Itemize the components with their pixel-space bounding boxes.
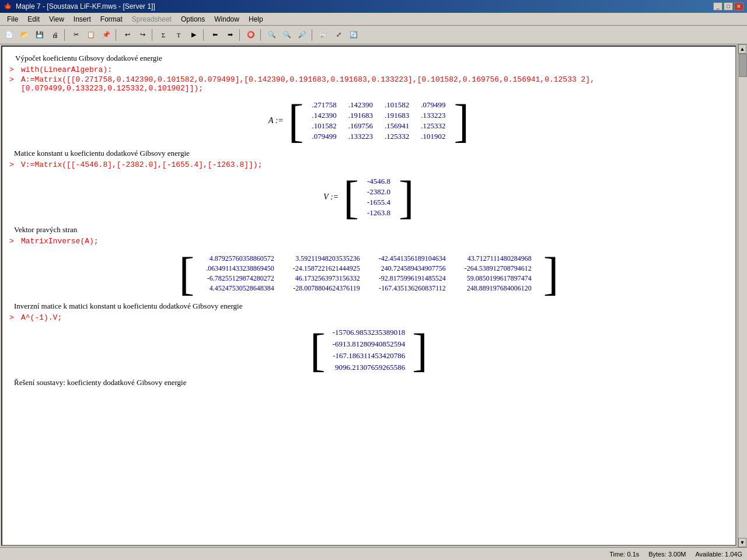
tb-plot[interactable]: ▶ bbox=[187, 28, 201, 42]
cell: -42.4541356189104634 bbox=[369, 254, 455, 264]
tb-text[interactable]: T bbox=[172, 28, 186, 42]
cell: 248.889197684006120 bbox=[455, 284, 541, 293]
tb-zoom-100[interactable]: 🔎 bbox=[295, 28, 309, 42]
table-row: -2382.0 bbox=[361, 187, 396, 197]
matrix-v-wrap: [ -4546.8 -2382.0 -1655.4 -1263.8 ] bbox=[343, 174, 414, 220]
tb-circle[interactable]: ⭕ bbox=[244, 28, 258, 42]
minimize-button[interactable]: _ bbox=[713, 2, 722, 10]
app-icon: 🍁 bbox=[4, 2, 12, 10]
table-row: -167.186311453420786 bbox=[328, 350, 410, 362]
code-4[interactable]: MatrixInverse(A); bbox=[21, 237, 728, 246]
menu-edit[interactable]: Edit bbox=[23, 14, 44, 24]
cell: -6913.81280940852594 bbox=[328, 338, 410, 350]
tb-cut[interactable]: ✂ bbox=[69, 28, 83, 42]
cell: .133223 bbox=[415, 110, 451, 121]
menu-format[interactable]: Format bbox=[96, 14, 127, 24]
table-row: -1263.8 bbox=[361, 208, 396, 218]
bracket-right-v: ] bbox=[399, 174, 414, 220]
toolbar-sep3 bbox=[152, 29, 154, 41]
tb-paste[interactable]: 📌 bbox=[99, 28, 113, 42]
matrix-a-display: A := [ .271758 .142390 .101582 .079499 .… bbox=[9, 97, 728, 144]
input-block-3: > V:=Matrix([[-4546.8],[-2382.0],[-1655.… bbox=[9, 160, 728, 169]
scrollbar[interactable]: ▲ ▼ bbox=[738, 44, 747, 547]
cell: 3.59211948203535236 bbox=[284, 254, 369, 264]
table-row: -15706.9853235389018 bbox=[328, 327, 410, 338]
table-row: -4546.8 bbox=[361, 176, 396, 187]
table-row: .101582 .169756 .156941 .125332 bbox=[306, 121, 451, 131]
menu-options[interactable]: Options bbox=[176, 14, 210, 24]
toolbar-sep5 bbox=[239, 29, 242, 41]
cell: 240.724589434907756 bbox=[369, 264, 455, 274]
tb-undo[interactable]: ↩ bbox=[120, 28, 134, 42]
tb-print[interactable]: 🖨 bbox=[48, 28, 62, 42]
cell: 46.1732563973156332 bbox=[284, 274, 369, 284]
menu-file[interactable]: File bbox=[2, 14, 23, 24]
tb-redo[interactable]: ↪ bbox=[135, 28, 149, 42]
tb-new[interactable]: 📄 bbox=[2, 28, 16, 42]
table-row: .079499 .133223 .125332 .101902 bbox=[306, 131, 451, 142]
code-5[interactable]: A^(-1).V; bbox=[21, 313, 728, 322]
cell: .191683 bbox=[343, 110, 379, 121]
prompt-4: > bbox=[9, 237, 21, 246]
cell: 59.0850199617897474 bbox=[455, 274, 541, 284]
table-row: .142390 .191683 .191683 .133223 bbox=[306, 110, 451, 121]
tb-save[interactable]: 💾 bbox=[33, 28, 47, 42]
worksheet-content[interactable]: Výpočet koeficientu Gibsovy dodatkové en… bbox=[1, 46, 736, 546]
cell: .079499 bbox=[306, 131, 342, 142]
cell: .156941 bbox=[379, 121, 415, 131]
tb-left[interactable]: ⬅ bbox=[208, 28, 222, 42]
tb-move[interactable]: ⤢ bbox=[331, 28, 345, 42]
cell: .101582 bbox=[306, 121, 342, 131]
menu-help[interactable]: Help bbox=[244, 14, 268, 24]
cell: .101902 bbox=[415, 131, 451, 142]
main-wrapper: Výpočet koeficientu Gibsovy dodatkové en… bbox=[0, 44, 747, 547]
cell: .191683 bbox=[379, 110, 415, 121]
close-button[interactable]: ✕ bbox=[734, 2, 743, 10]
cell: .271758 bbox=[306, 100, 342, 110]
tb-zoom-in[interactable]: 🔍 bbox=[280, 28, 294, 42]
toolbar: 📄 📂 💾 🖨 ✂ 📋 📌 ↩ ↪ Σ T ▶ ⬅ ➡ ⭕ 🔍 🔍 🔎 📰 ⤢ … bbox=[0, 26, 747, 44]
cell: -15706.9853235389018 bbox=[328, 327, 410, 338]
tb-page[interactable]: 📰 bbox=[316, 28, 330, 42]
tb-sigma[interactable]: Σ bbox=[156, 28, 170, 42]
scroll-up-button[interactable]: ▲ bbox=[738, 44, 746, 54]
code-3[interactable]: V:=Matrix([[-4546.8],[-2382.0],[-1655.4]… bbox=[21, 160, 728, 169]
tb-refresh[interactable]: 🔄 bbox=[347, 28, 361, 42]
cell: -167.186311453420786 bbox=[328, 350, 410, 362]
status-bytes: Bytes: 3.00M bbox=[648, 551, 686, 558]
scroll-thumb[interactable] bbox=[739, 54, 747, 77]
bracket-left-v: [ bbox=[343, 174, 359, 220]
cell: .101582 bbox=[379, 100, 415, 110]
code-1[interactable]: with(LinearAlgebra): bbox=[21, 65, 728, 74]
tb-zoom-out[interactable]: 🔍 bbox=[265, 28, 279, 42]
code-2[interactable]: A:=Matrix([[0.271758,0.142390,0.101582,0… bbox=[21, 75, 728, 93]
input-block-4: > MatrixInverse(A); bbox=[9, 237, 728, 246]
tb-right[interactable]: ➡ bbox=[223, 28, 237, 42]
cell: 4.87925760358860572 bbox=[197, 254, 284, 264]
matrix-v-label: V := bbox=[323, 192, 338, 202]
matrix-result-table: -15706.9853235389018 -6913.8128094085259… bbox=[328, 327, 410, 373]
table-row: 4.45247530528648384 -28.0078804624376119… bbox=[197, 284, 541, 293]
matrix-inv-display: [ 4.87925760358860572 3.5921194820353523… bbox=[9, 250, 728, 297]
tb-open[interactable]: 📂 bbox=[18, 28, 32, 42]
cell: -2382.0 bbox=[361, 187, 396, 197]
menu-window[interactable]: Window bbox=[210, 14, 244, 24]
cell: 4.45247530528648384 bbox=[197, 284, 284, 293]
matrix-v-table: -4546.8 -2382.0 -1655.4 -1263.8 bbox=[361, 176, 396, 218]
table-row: -6913.81280940852594 bbox=[328, 338, 410, 350]
bracket-right-a: ] bbox=[453, 97, 469, 144]
window-controls[interactable]: _ □ ✕ bbox=[713, 2, 743, 10]
menu-view[interactable]: View bbox=[44, 14, 69, 24]
matrix-a-wrap: [ .271758 .142390 .101582 .079499 .14239… bbox=[288, 97, 469, 144]
comment-1: Matice konstant u koeficientu dodatkové … bbox=[14, 149, 728, 158]
toolbar-sep6 bbox=[260, 29, 263, 41]
menu-insert[interactable]: Insert bbox=[69, 14, 96, 24]
scroll-down-button[interactable]: ▼ bbox=[738, 538, 746, 547]
cell: .0634911433238869450 bbox=[197, 264, 284, 274]
cell: .169756 bbox=[343, 121, 379, 131]
cell: -264.538912708794612 bbox=[455, 264, 541, 274]
tb-copy[interactable]: 📋 bbox=[84, 28, 98, 42]
cell: -4546.8 bbox=[361, 176, 396, 187]
cell: 9096.21307659265586 bbox=[328, 362, 410, 373]
restore-button[interactable]: □ bbox=[724, 2, 733, 10]
